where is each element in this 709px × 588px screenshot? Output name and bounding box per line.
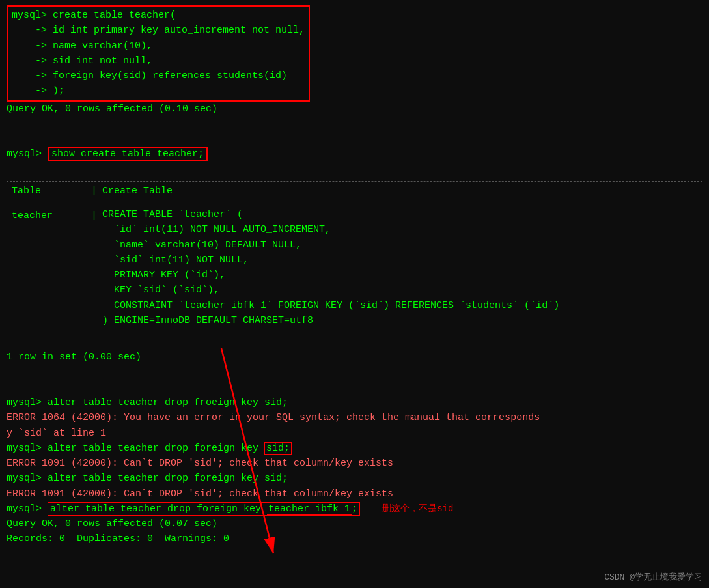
col2-header: Create Table xyxy=(102,184,173,199)
create-line-3: `sid` int(11) NOT NULL, xyxy=(102,253,702,268)
create-line-4: PRIMARY KEY (`id`), xyxy=(102,268,702,283)
query-ok-1: Query OK, 0 rows affected (0.10 sec) xyxy=(7,102,702,117)
create-line-6: CONSTRAINT `teacher_ibfk_1` FOREIGN KEY … xyxy=(102,298,702,313)
error-1064-line2: y `sid` at line 1 xyxy=(7,426,702,441)
error-1091-line2: ERROR 1091 (42000): Can`t DROP 'sid'; ch… xyxy=(7,486,702,501)
blank1 xyxy=(7,132,702,147)
table-header-row: Table | Create Table xyxy=(7,181,702,201)
records-line: Records: 0 Duplicates: 0 Warnings: 0 xyxy=(7,531,702,546)
create-line-7: ) ENGINE=InnoDB DEFAULT CHARSET=utf8 xyxy=(102,313,702,328)
error-1091-line1: ERROR 1091 (42000): Can`t DROP 'sid'; ch… xyxy=(7,456,702,471)
table-col1-value: teacher xyxy=(7,207,91,223)
create-table-line4: -> sid int not null, xyxy=(12,53,305,68)
alter-sid-plain-line: mysql> alter table teacher drop foreign … xyxy=(7,471,702,486)
table-data-row: teacher | CREATE TABLE `teacher` ( `id` … xyxy=(7,204,702,331)
terminal: mysql> create table teacher( -> id int p… xyxy=(0,0,709,552)
create-line-5: KEY `sid` (`sid`), xyxy=(102,283,702,298)
alter-correct-container: mysql> alter table teacher drop foreign … xyxy=(7,501,702,516)
error-1064-line1: ERROR 1064 (42000): You have an error in… xyxy=(7,410,702,425)
table-separator-header: | xyxy=(91,184,97,199)
alter-typo-line: mysql> alter table teacher drop froeign … xyxy=(7,395,702,410)
table-divider-top xyxy=(7,203,702,203)
create-table-line5: -> foreign key(sid) references students(… xyxy=(12,68,305,83)
create-table-line3: -> name varchar(10), xyxy=(12,38,305,53)
alter-correct-line: mysql> alter table teacher drop foreign … xyxy=(7,501,702,516)
table-col2-value: CREATE TABLE `teacher` ( `id` int(11) NO… xyxy=(102,207,702,328)
create-table-line2: -> id int primary key auto_increment not… xyxy=(12,23,305,38)
alter-sid-highlighted-line: mysql> alter table teacher drop foreign … xyxy=(7,441,702,456)
create-table-line1: mysql> create table teacher( xyxy=(12,8,305,23)
row-count: 1 row in set (0.00 sec) xyxy=(7,350,702,365)
create-line-2: `name` varchar(10) DEFAULT NULL, xyxy=(102,238,702,253)
query-ok-2: Query OK, 0 rows affected (0.07 sec) xyxy=(7,516,702,531)
table-section: Table | Create Table teacher | CREATE TA… xyxy=(7,181,702,333)
col1-header: Table xyxy=(7,184,91,199)
create-line-1: `id` int(11) NOT NULL AUTO_INCREMENT, xyxy=(102,222,702,237)
create-line-0: CREATE TABLE `teacher` ( xyxy=(102,207,702,222)
csdn-watermark: CSDN @学无止境我爱学习 xyxy=(604,571,702,583)
blank2 xyxy=(7,380,702,395)
table-separator-data: | xyxy=(91,207,97,223)
create-table-line6: -> ); xyxy=(12,83,305,98)
table-divider-bottom xyxy=(7,333,702,333)
show-create-line: mysql> show create table teacher; xyxy=(7,147,702,161)
